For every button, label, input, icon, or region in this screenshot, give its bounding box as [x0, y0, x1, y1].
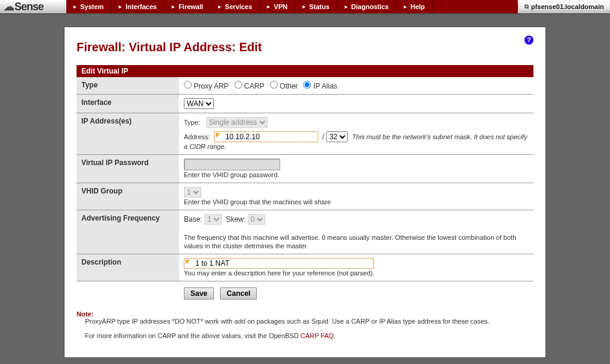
type-radio-other[interactable] — [270, 81, 278, 89]
vip-password-input — [184, 158, 280, 171]
ip-address-input[interactable] — [214, 131, 318, 142]
top-bar: ☁Sense System Interfaces Firewall Servic… — [0, 0, 610, 14]
adv-label: Advertising Frequency — [77, 210, 179, 254]
desc-label: Description — [77, 254, 179, 281]
note-line1: ProxyARP type IP addresses *DO NOT* work… — [85, 318, 489, 325]
help-icon[interactable]: ? — [524, 36, 533, 45]
interface-label: Interface — [77, 95, 179, 113]
type-radio-ipalias[interactable] — [303, 81, 311, 89]
interface-select[interactable]: WAN — [184, 98, 214, 109]
vip-pw-hint: Enter the VHID group password. — [184, 171, 279, 178]
adv-skew-label: Skew: — [226, 215, 246, 224]
vhid-select: 1 — [184, 187, 201, 198]
vip-pw-label: Virtual IP Password — [77, 155, 179, 183]
menu-services[interactable]: Services — [211, 0, 260, 13]
form-table: Type Proxy ARP CARP Other IP Alias Inter… — [77, 77, 533, 281]
vhid-hint: Enter the VHID group that the machines w… — [184, 198, 331, 206]
ip-type-select: Single address — [206, 117, 268, 128]
menu-vpn[interactable]: VPN — [260, 0, 295, 13]
carp-faq-link[interactable]: CARP FAQ — [300, 332, 333, 339]
desc-hint: You may enter a description here for you… — [184, 269, 374, 277]
menu-status[interactable]: Status — [295, 0, 338, 13]
adv-base-label: Base: — [184, 215, 203, 224]
type-radio-carp[interactable] — [234, 81, 242, 89]
note-line2a: For more information on CARP and the abo… — [85, 332, 300, 339]
adv-base-select: 1 — [204, 214, 222, 225]
type-label: Type — [77, 77, 179, 95]
description-input[interactable] — [184, 258, 374, 269]
menu-interfaces[interactable]: Interfaces — [112, 0, 165, 13]
adv-hint: The frequency that this machine will adv… — [184, 234, 517, 249]
note-line2b: . — [334, 332, 336, 339]
menu-diagnostics[interactable]: Diagnostics — [338, 0, 397, 13]
ip-cidr-select[interactable]: 32 — [326, 131, 348, 142]
menu-bar: System Interfaces Firewall Services VPN … — [66, 0, 518, 13]
page-title: Firewall: Virtual IP Address: Edit — [77, 40, 533, 54]
logo: ☁Sense — [0, 0, 66, 13]
content-card: ? Firewall: Virtual IP Address: Edit Edi… — [64, 27, 546, 358]
menu-system[interactable]: System — [66, 0, 112, 13]
adv-skew-select: 0 — [248, 214, 265, 225]
ip-type-label: Type: — [184, 119, 200, 126]
hostname-label: pfsense01.localdomain — [518, 3, 610, 10]
note-block: Note: ProxyARP type IP addresses *DO NOT… — [77, 310, 533, 339]
cancel-button[interactable]: Cancel — [220, 287, 257, 300]
type-radio-proxyarp[interactable] — [184, 81, 192, 89]
ip-label: IP Address(es) — [77, 113, 179, 155]
menu-firewall[interactable]: Firewall — [165, 0, 211, 13]
type-field: Proxy ARP CARP Other IP Alias — [179, 77, 533, 95]
section-header: Edit Virtual IP — [77, 65, 533, 77]
note-label: Note: — [77, 310, 93, 318]
save-button[interactable]: Save — [184, 287, 214, 300]
ip-addr-label: Address: — [184, 133, 210, 140]
menu-help[interactable]: Help — [397, 0, 433, 13]
vhid-label: VHID Group — [77, 183, 179, 210]
